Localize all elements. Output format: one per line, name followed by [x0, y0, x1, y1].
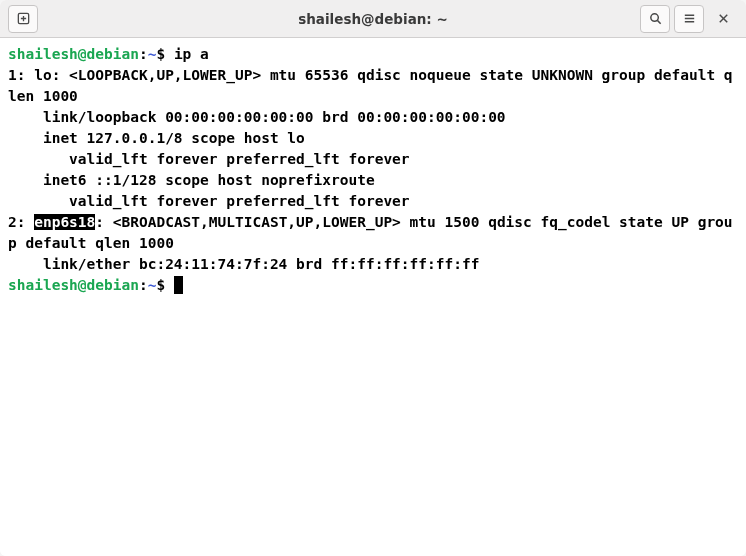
command-1: ip a	[174, 46, 209, 62]
cursor	[174, 276, 183, 294]
output-line-6: valid_lft forever preferred_lft forever	[8, 193, 410, 209]
prompt-1: shailesh@debian:~$	[8, 46, 165, 62]
prompt-symbol: $	[156, 46, 165, 62]
terminal-area[interactable]: shailesh@debian:~$ ip a 1: lo: <LOOPBACK…	[0, 38, 746, 556]
prompt-user-host-2: shailesh@debian	[8, 277, 139, 293]
search-button[interactable]	[640, 5, 670, 33]
menu-button[interactable]	[674, 5, 704, 33]
titlebar: shailesh@debian: ~	[0, 0, 746, 38]
highlighted-interface: enp6s18	[34, 214, 95, 230]
new-tab-icon	[16, 11, 31, 26]
prompt-symbol-2: $	[156, 277, 165, 293]
close-icon	[716, 11, 731, 26]
new-tab-button[interactable]	[8, 5, 38, 33]
terminal-window: shailesh@debian: ~	[0, 0, 746, 556]
prompt-2: shailesh@debian:~$	[8, 277, 165, 293]
output-line-7-post: : <BROADCAST,MULTICAST,UP,LOWER_UP> mtu …	[8, 214, 733, 251]
close-button[interactable]	[708, 5, 738, 33]
output-line-7-pre: 2:	[8, 214, 34, 230]
output-line-4: valid_lft forever preferred_lft forever	[8, 151, 410, 167]
svg-point-3	[650, 14, 658, 22]
search-icon	[648, 11, 663, 26]
prompt-user-host: shailesh@debian	[8, 46, 139, 62]
output-line-3: inet 127.0.0.1/8 scope host lo	[8, 130, 305, 146]
output-line-5: inet6 ::1/128 scope host noprefixroute	[8, 172, 375, 188]
output-line-1: 1: lo: <LOOPBACK,UP,LOWER_UP> mtu 65536 …	[8, 67, 733, 104]
svg-line-4	[657, 20, 660, 23]
output-line-8: link/ether bc:24:11:74:7f:24 brd ff:ff:f…	[8, 256, 479, 272]
titlebar-right-group	[638, 5, 740, 33]
hamburger-icon	[682, 11, 697, 26]
output-line-2: link/loopback 00:00:00:00:00:00 brd 00:0…	[8, 109, 506, 125]
window-title: shailesh@debian: ~	[0, 11, 746, 27]
